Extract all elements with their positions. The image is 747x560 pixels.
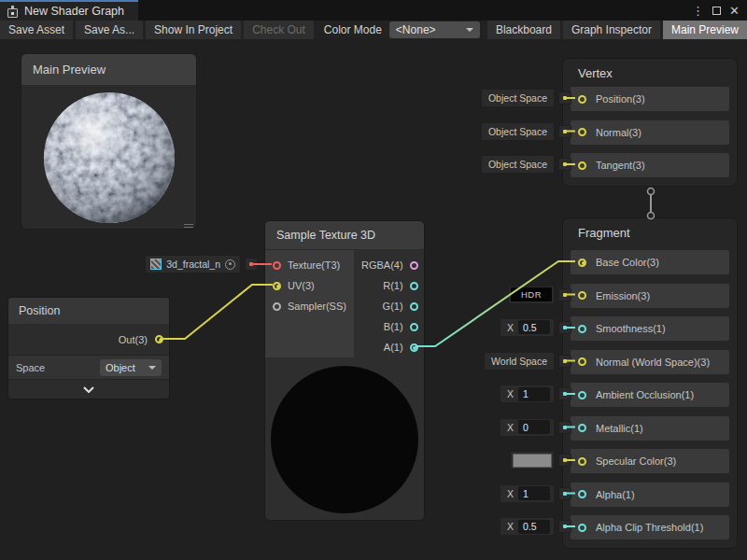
slot-rgba-output: RGBA(4) (354, 255, 425, 275)
metallic-value-badge[interactable]: X0 (500, 418, 571, 437)
fragment-node-title: Fragment (578, 226, 630, 240)
sampler-port[interactable] (273, 302, 281, 311)
color-mode-value: <None> (396, 23, 436, 36)
position-node-title: Position (8, 298, 169, 324)
collapse-row[interactable] (8, 380, 169, 399)
ambient-occlusion-port[interactable] (578, 391, 586, 399)
vertex-fragment-link (648, 189, 655, 219)
slot-normal: Normal(3) (571, 120, 729, 145)
value-field[interactable]: 0 (518, 420, 550, 434)
node-preview-sphere (271, 366, 418, 513)
texture-property-badge[interactable]: 3d_fractal_n (145, 255, 258, 273)
edge-position-to-uv (160, 285, 273, 339)
normal-port[interactable] (578, 128, 586, 136)
connector-stub (558, 520, 571, 533)
alpha-value-badge[interactable]: X1 (500, 484, 571, 503)
space-dropdown[interactable]: Object (100, 359, 162, 376)
connector-stub (245, 258, 258, 271)
normal-space-mode-badge[interactable]: World Space (484, 352, 571, 371)
connector-stub (558, 321, 571, 334)
shader-graph-asset-icon (7, 6, 19, 18)
slot-alpha-clip-threshold: Alpha Clip Threshold(1) (571, 515, 729, 539)
graph-inspector-toggle-button[interactable]: Graph Inspector (563, 21, 660, 39)
kebab-menu-icon[interactable]: ⋮ (692, 5, 704, 17)
slot-g-output: G(1) (354, 296, 425, 316)
base-color-port[interactable] (578, 259, 586, 267)
object-picker-icon[interactable] (225, 259, 235, 270)
slot-sampler-input: Sampler(SS) (265, 296, 354, 316)
specular-color-swatch[interactable] (513, 454, 552, 468)
texture3d-icon (150, 259, 162, 270)
texture-port[interactable] (273, 261, 281, 270)
slot-metallic: Metallic(1) (571, 416, 729, 441)
value-field[interactable]: 1 (518, 387, 550, 401)
specular-color-port[interactable] (578, 457, 586, 466)
alpha-clip-threshold-port[interactable] (578, 524, 586, 532)
metallic-port[interactable] (578, 424, 586, 432)
toolbar: Save Asset Save As... Show In Project Ch… (0, 21, 747, 39)
slot-normal-world: Normal (World Space)(3) (571, 350, 729, 374)
position-space-badge[interactable]: Object Space (481, 89, 571, 107)
blackboard-toggle-button[interactable]: Blackboard (487, 21, 560, 39)
smoothness-value-badge[interactable]: X0.5 (500, 318, 571, 337)
collapse-chevron-icon (83, 386, 94, 393)
normal-world-port[interactable] (578, 357, 586, 366)
preview-sphere (41, 90, 177, 226)
axis-label: X (507, 488, 514, 499)
fragment-node[interactable]: Fragment Base Color(3) Emission(3) Smoot… (562, 217, 738, 549)
alpha-port[interactable] (578, 490, 586, 498)
slot-texture-input: Texture(T3) (265, 255, 354, 275)
alpha-clip-threshold-value-badge[interactable]: X0.5 (500, 517, 571, 536)
save-as-button[interactable]: Save As... (76, 21, 143, 39)
close-icon[interactable]: ✕ (729, 5, 740, 17)
slot-specular-color: Specular Color(3) (571, 449, 729, 473)
save-asset-button[interactable]: Save Asset (0, 21, 73, 39)
hdr-color-swatch[interactable]: HDR (511, 287, 552, 301)
value-field[interactable]: 0.5 (518, 320, 550, 334)
emission-hdr-badge[interactable]: HDR (508, 286, 571, 304)
color-mode-dropdown[interactable]: <None> (389, 21, 480, 38)
position-port[interactable] (578, 95, 586, 104)
g-port[interactable] (410, 302, 418, 311)
texture-property-name: 3d_fractal_n (166, 259, 220, 270)
uv-port[interactable] (273, 282, 281, 290)
out-port[interactable] (155, 335, 163, 343)
graph-canvas[interactable]: Main Preview (0, 39, 747, 560)
sample-texture-3d-body: Texture(T3) UV(3) Sampler(SS) RGBA(4) (265, 250, 424, 357)
slot-b-output: B(1) (354, 316, 425, 337)
normal-space-badge[interactable]: Object Space (481, 122, 571, 141)
connector-stub (558, 355, 571, 368)
emission-port[interactable] (578, 291, 586, 300)
slot-base-color: Base Color(3) (571, 250, 729, 274)
resize-handle[interactable] (184, 224, 193, 228)
main-preview-body (21, 85, 196, 230)
input-slots: Texture(T3) UV(3) Sampler(SS) (265, 250, 354, 357)
tangent-port[interactable] (578, 161, 586, 170)
value-field[interactable]: 0.5 (518, 520, 550, 534)
space-label: Space (16, 362, 45, 373)
vertex-node[interactable]: Vertex Position(3) Normal(3) Tangent(3) (562, 58, 738, 187)
slot-smoothness: Smoothness(1) (571, 316, 729, 341)
tab-new-shader-graph[interactable]: New Shader Graph (0, 0, 138, 21)
slot-out: Out(3) (8, 324, 169, 356)
b-port[interactable] (410, 323, 418, 331)
connector-stub (558, 421, 571, 434)
maximize-icon[interactable] (712, 7, 721, 15)
sample-texture-3d-node[interactable]: Sample Texture 3D Texture(T3) UV(3) Samp… (264, 220, 425, 521)
connector-stub (558, 454, 571, 467)
main-preview-toggle-button[interactable]: Main Preview (663, 21, 747, 39)
connector-stub (558, 387, 571, 400)
show-in-project-button[interactable]: Show In Project (146, 21, 241, 39)
value-field[interactable]: 1 (518, 486, 550, 500)
ambient-occlusion-value-badge[interactable]: X1 (500, 385, 571, 403)
rgba-port[interactable] (410, 261, 418, 270)
connector-stub (558, 91, 571, 105)
position-node[interactable]: Position Out(3) Space Object (7, 297, 170, 399)
specular-color-badge[interactable] (510, 451, 571, 469)
r-port[interactable] (410, 282, 418, 290)
smoothness-port[interactable] (578, 325, 586, 333)
main-preview-title: Main Preview (21, 54, 196, 85)
tangent-space-badge[interactable]: Object Space (481, 155, 571, 174)
axis-label: X (507, 521, 514, 532)
a-port[interactable] (410, 343, 418, 352)
